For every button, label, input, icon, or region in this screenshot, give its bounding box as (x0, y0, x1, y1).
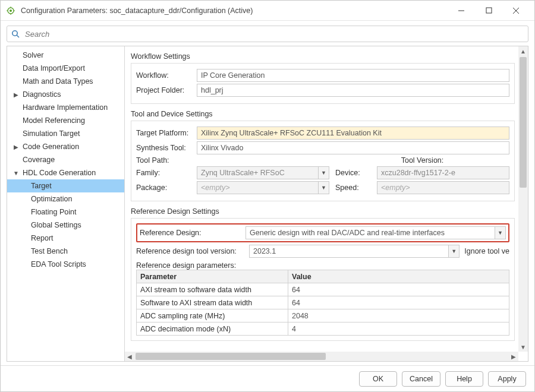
family-dropdown[interactable]: Zynq UltraScale+ RFSoC ▼ (197, 166, 329, 179)
workflow-field[interactable]: IP Core Generation (197, 69, 509, 82)
search-icon (11, 29, 20, 39)
minimize-button[interactable] (448, 2, 475, 20)
param-name: Software to AXI stream data width (137, 296, 288, 309)
nav-item-label: Diagnostics (23, 90, 61, 99)
project-folder-label: Project Folder: (136, 86, 197, 94)
nav-item-label: Global Settings (31, 221, 81, 229)
nav-item-label: Model Referencing (23, 116, 85, 125)
dialog-footer: OK Cancel Help Apply (1, 365, 534, 391)
nav-item-hardware-implementation[interactable]: Hardware Implementation (7, 101, 124, 114)
app-icon (5, 5, 16, 16)
speed-label: Speed: (329, 184, 377, 192)
nav-item-target[interactable]: Target (7, 179, 124, 192)
tree-expander-icon[interactable]: ▶ (13, 142, 19, 153)
nav-item-hdl-code-generation[interactable]: ▼HDL Code Generation (7, 166, 124, 179)
scroll-thumb[interactable] (520, 57, 527, 188)
tool-version-label: Tool Version: (329, 156, 509, 165)
workflow-group: Workflow: IP Core Generation Project Fol… (131, 63, 515, 104)
content-body: SolverData Import/ExportMath and Data Ty… (7, 46, 528, 362)
nav-item-floating-point[interactable]: Floating Point (7, 206, 124, 219)
nav-item-optimization[interactable]: Optimization (7, 192, 124, 206)
search-bar[interactable] (7, 26, 528, 42)
chevron-down-icon[interactable]: ▼ (495, 227, 505, 239)
nav-item-model-referencing[interactable]: Model Referencing (7, 114, 124, 127)
ref-design-group: Reference Design: Generic design with re… (131, 218, 515, 341)
scroll-up-icon[interactable]: ▲ (520, 46, 526, 56)
close-button[interactable] (502, 2, 530, 20)
param-value[interactable]: 4 (288, 323, 509, 336)
nav-item-diagnostics[interactable]: ▶Diagnostics (7, 88, 124, 101)
nav-item-label: Solver (23, 51, 43, 59)
ref-params-label: Reference design parameters: (136, 261, 509, 270)
horizontal-scrollbar[interactable]: ◀ ▶ (125, 352, 518, 361)
project-folder-field[interactable]: hdl_prj (197, 84, 509, 97)
package-label: Package: (136, 184, 197, 192)
param-value[interactable]: 64 (288, 296, 509, 309)
nav-item-label: Hardware Implementation (23, 103, 108, 112)
nav-item-eda-tool-scripts[interactable]: EDA Tool Scripts (7, 258, 124, 271)
svg-rect-7 (486, 8, 492, 13)
nav-item-solver[interactable]: Solver (7, 49, 124, 62)
nav-item-label: Code Generation (23, 143, 79, 151)
nav-item-label: Report (31, 234, 54, 242)
settings-pane: Workflow Settings Workflow: IP Core Gene… (125, 46, 528, 361)
family-label: Family: (136, 169, 197, 177)
scroll-down-icon[interactable]: ▼ (520, 342, 526, 352)
package-dropdown[interactable]: <empty> ▼ (197, 181, 329, 194)
workflow-label: Workflow: (136, 71, 197, 80)
help-button[interactable]: Help (445, 371, 483, 387)
category-tree[interactable]: SolverData Import/ExportMath and Data Ty… (7, 46, 125, 361)
chevron-down-icon[interactable]: ▼ (448, 245, 459, 257)
svg-line-11 (17, 35, 19, 37)
nav-item-coverage[interactable]: Coverage (7, 153, 124, 166)
scroll-thumb[interactable] (136, 353, 326, 360)
search-input[interactable] (24, 29, 524, 39)
workflow-section-title: Workflow Settings (131, 52, 515, 61)
nav-item-report[interactable]: Report (7, 232, 124, 245)
tool-group: Target Platform: Xilinx Zynq UltraScale+… (131, 121, 515, 201)
config-params-window: Configuration Parameters: soc_datacaptur… (0, 0, 535, 392)
apply-button[interactable]: Apply (488, 371, 526, 387)
ref-section-title: Reference Design Settings (131, 207, 515, 216)
ok-button[interactable]: OK (359, 371, 397, 387)
param-value[interactable]: 64 (288, 283, 509, 296)
synth-tool-field[interactable]: Xilinx Vivado (197, 141, 509, 154)
target-platform-label: Target Platform: (136, 129, 197, 137)
target-platform-field[interactable]: Xilinx Zynq UltraScale+ RFSoC ZCU111 Eva… (197, 127, 509, 140)
nav-item-math-and-data-types[interactable]: Math and Data Types (7, 75, 124, 88)
nav-item-data-import-export[interactable]: Data Import/Export (7, 62, 124, 75)
param-name: ADC sampling rate (MHz) (137, 309, 288, 323)
nav-item-label: Simulation Target (23, 129, 80, 138)
ref-design-dropdown[interactable]: Generic design with real DAC/ADC and rea… (246, 226, 506, 239)
titlebar: Configuration Parameters: soc_datacaptur… (1, 1, 534, 21)
nav-item-test-bench[interactable]: Test Bench (7, 245, 124, 258)
scroll-left-icon[interactable]: ◀ (125, 353, 134, 360)
ref-toolver-dropdown[interactable]: 2023.1 ▼ (249, 245, 460, 258)
tree-expander-icon[interactable]: ▼ (13, 168, 19, 179)
table-row[interactable]: ADC decimation mode (xN)4 (137, 323, 509, 336)
window-title: Configuration Parameters: soc_datacaptur… (21, 7, 253, 15)
speed-field[interactable]: <empty> (377, 181, 509, 194)
param-header: Parameter (137, 270, 288, 283)
device-field[interactable]: xczu28dr-ffvg1517-2-e (377, 166, 509, 179)
ref-toolver-label: Reference design tool version: (136, 247, 249, 255)
maximize-button[interactable] (475, 2, 502, 20)
nav-item-code-generation[interactable]: ▶Code Generation (7, 140, 124, 153)
tree-expander-icon[interactable]: ▶ (13, 90, 19, 100)
scroll-right-icon[interactable]: ▶ (509, 353, 518, 360)
value-header: Value (288, 270, 509, 283)
nav-item-label: Floating Point (31, 208, 76, 216)
param-name: AXI stream to software data width (137, 283, 288, 296)
chevron-down-icon[interactable]: ▼ (318, 167, 329, 179)
synth-tool-label: Synthesis Tool: (136, 144, 197, 152)
svg-point-1 (10, 10, 12, 12)
table-row[interactable]: AXI stream to software data width64 (137, 283, 509, 296)
param-value[interactable]: 2048 (288, 309, 509, 323)
vertical-scrollbar[interactable]: ▲ ▼ (518, 46, 528, 352)
table-row[interactable]: Software to AXI stream data width64 (137, 296, 509, 309)
nav-item-global-settings[interactable]: Global Settings (7, 219, 124, 232)
nav-item-simulation-target[interactable]: Simulation Target (7, 127, 124, 140)
cancel-button[interactable]: Cancel (402, 371, 440, 387)
chevron-down-icon[interactable]: ▼ (318, 182, 329, 194)
table-row[interactable]: ADC sampling rate (MHz)2048 (137, 309, 509, 323)
